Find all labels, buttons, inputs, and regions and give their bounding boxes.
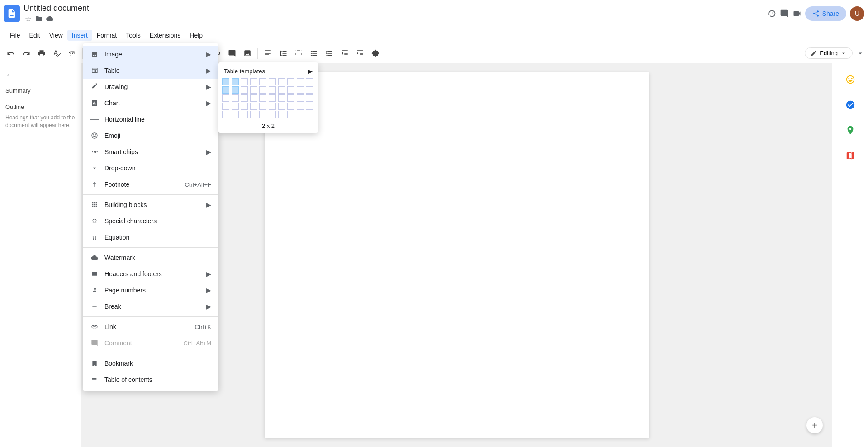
back-arrow-icon[interactable]: ← xyxy=(5,71,14,80)
table-grid-cell[interactable] xyxy=(297,94,304,102)
table-grid-cell[interactable] xyxy=(232,94,239,102)
comment-icon[interactable] xyxy=(780,9,789,18)
insert-watermark[interactable]: Watermark xyxy=(83,249,218,266)
table-grid-cell[interactable] xyxy=(232,103,239,110)
table-grid-cell[interactable] xyxy=(241,111,248,118)
table-grid-cell[interactable] xyxy=(287,86,294,94)
table-grid-cell[interactable] xyxy=(222,78,229,85)
table-grid-cell[interactable] xyxy=(250,111,257,118)
cloud-icon[interactable] xyxy=(45,14,54,23)
table-grid-cell[interactable] xyxy=(278,103,285,110)
star-icon[interactable]: ☆ xyxy=(24,14,33,23)
line-spacing-button[interactable] xyxy=(276,46,290,61)
table-grid-cell[interactable] xyxy=(222,103,229,110)
table-grid-cell[interactable] xyxy=(250,78,257,85)
redo-button[interactable] xyxy=(19,46,33,61)
table-grid-cell[interactable] xyxy=(259,86,266,94)
menu-file[interactable]: File xyxy=(5,30,25,41)
table-grid-cell[interactable] xyxy=(306,94,313,102)
insert-table[interactable]: Table ▶ Table templates ▶ 2 x 2 xyxy=(83,62,218,79)
table-grid-cell[interactable] xyxy=(306,78,313,85)
menu-extensions[interactable]: Extensions xyxy=(145,30,185,41)
right-sidebar-check-icon[interactable] xyxy=(841,96,859,114)
menu-tools[interactable]: Tools xyxy=(121,30,145,41)
insert-special-characters[interactable]: Ω Special characters xyxy=(83,213,218,229)
paint-format-button[interactable] xyxy=(65,46,80,61)
insert-image[interactable]: Image ▶ xyxy=(83,46,218,62)
indent-dec-button[interactable] xyxy=(337,46,352,61)
undo-button[interactable] xyxy=(4,46,18,61)
editing-mode-selector[interactable]: Editing xyxy=(805,47,853,59)
insert-equation[interactable]: π Equation xyxy=(83,229,218,245)
clear-format-button[interactable] xyxy=(368,46,383,61)
video-icon[interactable] xyxy=(792,9,802,18)
table-grid-cell[interactable] xyxy=(297,78,304,85)
insert-bookmark[interactable]: Bookmark xyxy=(83,355,218,372)
outline-toggle[interactable] xyxy=(856,49,864,57)
table-grid-cell[interactable] xyxy=(241,86,248,94)
insert-headers-footers[interactable]: Headers and footers ▶ xyxy=(83,266,218,282)
table-grid-cell[interactable] xyxy=(250,103,257,110)
history-icon[interactable] xyxy=(767,9,776,18)
table-grid-cell[interactable] xyxy=(259,111,266,118)
spellcheck-button[interactable] xyxy=(50,46,64,61)
table-size-grid[interactable] xyxy=(222,78,314,118)
table-grid-cell[interactable] xyxy=(269,103,276,110)
table-grid-cell[interactable] xyxy=(241,103,248,110)
print-button[interactable] xyxy=(34,46,49,61)
menu-edit[interactable]: Edit xyxy=(25,30,45,41)
right-sidebar-notes-icon[interactable] xyxy=(841,71,859,89)
table-grid-cell[interactable] xyxy=(278,111,285,118)
table-grid-cell[interactable] xyxy=(259,103,266,110)
table-grid-cell[interactable] xyxy=(241,94,248,102)
user-avatar[interactable]: U xyxy=(850,6,864,21)
share-button[interactable]: Share xyxy=(805,6,846,21)
insert-page-numbers[interactable]: # Page numbers ▶ xyxy=(83,282,218,298)
table-grid-cell[interactable] xyxy=(222,86,229,94)
menu-format[interactable]: Format xyxy=(92,30,121,41)
zoom-button[interactable]: + xyxy=(806,417,823,433)
insert-footnote[interactable]: † Footnote Ctrl+Alt+F xyxy=(83,176,218,193)
table-grid-cell[interactable] xyxy=(269,111,276,118)
menu-view[interactable]: View xyxy=(45,30,67,41)
table-grid-cell[interactable] xyxy=(259,78,266,85)
table-grid-cell[interactable] xyxy=(306,86,313,94)
numbered-list-button[interactable] xyxy=(322,46,337,61)
comment-toolbar-button[interactable] xyxy=(225,46,239,61)
insert-smart-chips[interactable]: Smart chips ▶ xyxy=(83,144,218,160)
table-grid-cell[interactable] xyxy=(306,111,313,118)
document-title[interactable]: Untitled document xyxy=(24,4,89,13)
insert-chart[interactable]: Chart ▶ xyxy=(83,95,218,111)
table-grid-cell[interactable] xyxy=(287,103,294,110)
table-grid-cell[interactable] xyxy=(222,111,229,118)
insert-horizontal-line[interactable]: — Horizontal line xyxy=(83,111,218,127)
table-grid-cell[interactable] xyxy=(278,86,285,94)
insert-emoji[interactable]: Emoji xyxy=(83,127,218,144)
insert-comment[interactable]: Comment Ctrl+Alt+M xyxy=(83,335,218,351)
checklist-button[interactable] xyxy=(291,46,306,61)
table-grid-cell[interactable] xyxy=(287,111,294,118)
table-grid-cell[interactable] xyxy=(250,86,257,94)
table-grid-cell[interactable] xyxy=(269,86,276,94)
document-page[interactable] xyxy=(265,72,649,438)
table-grid-cell[interactable] xyxy=(269,94,276,102)
table-grid-cell[interactable] xyxy=(278,94,285,102)
table-grid-cell[interactable] xyxy=(222,94,229,102)
table-grid-cell[interactable] xyxy=(287,78,294,85)
insert-break[interactable]: Break ▶ xyxy=(83,298,218,315)
table-grid-cell[interactable] xyxy=(297,86,304,94)
table-grid-cell[interactable] xyxy=(297,103,304,110)
right-sidebar-map-icon[interactable] xyxy=(841,146,859,165)
table-grid-cell[interactable] xyxy=(297,111,304,118)
insert-drawing[interactable]: Drawing ▶ xyxy=(83,79,218,95)
table-grid-cell[interactable] xyxy=(306,103,313,110)
folder-icon[interactable] xyxy=(34,14,43,23)
insert-link[interactable]: Link Ctrl+K xyxy=(83,319,218,335)
table-grid-cell[interactable] xyxy=(278,78,285,85)
indent-inc-button[interactable] xyxy=(353,46,367,61)
table-grid-cell[interactable] xyxy=(232,111,239,118)
table-grid-cell[interactable] xyxy=(232,78,239,85)
table-grid-cell[interactable] xyxy=(269,78,276,85)
table-grid-cell[interactable] xyxy=(250,94,257,102)
insert-table-of-contents[interactable]: Table of contents xyxy=(83,372,218,388)
